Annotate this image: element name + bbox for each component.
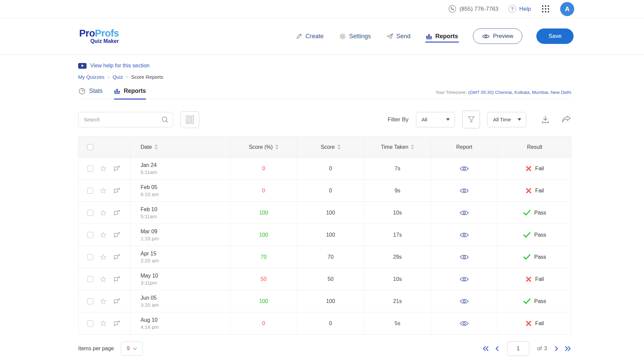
result-label: Pass bbox=[534, 298, 546, 304]
download-button[interactable] bbox=[541, 115, 550, 124]
filter-funnel-button[interactable] bbox=[462, 111, 480, 128]
add-note-icon[interactable] bbox=[113, 320, 120, 327]
star-icon[interactable] bbox=[100, 275, 107, 283]
attempt-time: 3:20 am bbox=[141, 302, 159, 308]
chevron-right-icon bbox=[554, 346, 558, 351]
save-button[interactable]: Save bbox=[536, 28, 574, 44]
header-score-pct[interactable]: Score (%) bbox=[230, 137, 297, 157]
search-input[interactable] bbox=[78, 112, 173, 127]
preview-button[interactable]: Preview bbox=[473, 28, 522, 44]
tab-reports[interactable]: Reports bbox=[114, 87, 146, 100]
nav-settings[interactable]: Settings bbox=[338, 30, 372, 43]
sort-icon[interactable] bbox=[337, 144, 340, 149]
video-play-icon bbox=[78, 63, 87, 69]
result: Fail bbox=[498, 180, 572, 201]
help-button[interactable]: Help bbox=[508, 5, 531, 13]
attempt-date: Mar 09 bbox=[141, 229, 157, 235]
view-report-eye-icon[interactable] bbox=[460, 210, 469, 216]
row-checkbox[interactable] bbox=[87, 298, 93, 304]
select-all-checkbox[interactable] bbox=[87, 144, 93, 150]
view-report-eye-icon[interactable] bbox=[460, 254, 469, 260]
star-icon[interactable] bbox=[100, 187, 107, 195]
tab-reports-label: Reports bbox=[124, 87, 146, 95]
next-page-button[interactable] bbox=[554, 346, 558, 351]
result-label: Fail bbox=[535, 276, 544, 282]
add-note-icon[interactable] bbox=[113, 276, 120, 283]
score-reports-table: Date Score (%) Score Time Taken Report R… bbox=[78, 136, 571, 335]
share-button[interactable] bbox=[562, 115, 571, 124]
header-time-taken[interactable]: Time Taken bbox=[364, 137, 431, 157]
add-note-icon[interactable] bbox=[113, 254, 120, 260]
sort-icon[interactable] bbox=[411, 144, 414, 149]
avatar[interactable]: A bbox=[560, 2, 574, 16]
row-checkbox[interactable] bbox=[87, 210, 93, 216]
header-score[interactable]: Score bbox=[297, 137, 364, 157]
result-label: Fail bbox=[535, 320, 544, 326]
nav-create[interactable]: Create bbox=[295, 30, 324, 43]
time-taken: 29s bbox=[364, 246, 431, 268]
view-help-link[interactable]: View help for this section bbox=[78, 63, 150, 69]
view-report-eye-icon[interactable] bbox=[460, 298, 469, 304]
nav-reports[interactable]: Reports bbox=[425, 30, 459, 43]
view-report-eye-icon[interactable] bbox=[460, 188, 469, 194]
time-taken: 17s bbox=[364, 224, 431, 246]
row-checkbox[interactable] bbox=[87, 254, 93, 260]
view-report-eye-icon[interactable] bbox=[460, 320, 469, 326]
breadcrumb-my-quizzes[interactable]: My Quizzes bbox=[78, 74, 104, 80]
logo-pro: Pro bbox=[79, 28, 95, 39]
star-icon[interactable] bbox=[100, 319, 107, 327]
topbar: (855) 776-7763 Help A bbox=[0, 0, 644, 18]
result: Fail bbox=[498, 268, 572, 290]
row-checkbox[interactable] bbox=[87, 320, 93, 326]
header-date[interactable]: Date bbox=[130, 137, 230, 157]
add-note-icon[interactable] bbox=[113, 298, 120, 305]
sort-icon[interactable] bbox=[155, 144, 158, 149]
star-icon[interactable] bbox=[100, 209, 107, 217]
star-icon[interactable] bbox=[100, 253, 107, 261]
columns-toggle-button[interactable] bbox=[180, 111, 199, 128]
breadcrumb-current: Score Reports bbox=[131, 74, 163, 80]
row-checkbox[interactable] bbox=[87, 276, 93, 282]
view-report-eye-icon[interactable] bbox=[460, 166, 469, 172]
view-report-eye-icon[interactable] bbox=[460, 232, 469, 238]
items-per-page-dropdown[interactable]: 9 bbox=[121, 342, 143, 356]
star-icon[interactable] bbox=[100, 165, 107, 173]
view-report-eye-icon[interactable] bbox=[460, 276, 469, 282]
page-number-input[interactable] bbox=[507, 341, 529, 356]
add-note-icon[interactable] bbox=[113, 232, 120, 238]
add-note-icon[interactable] bbox=[113, 209, 120, 216]
nav-send-label: Send bbox=[396, 33, 411, 40]
last-page-button[interactable] bbox=[565, 346, 571, 351]
fail-x-icon bbox=[526, 276, 532, 282]
result-label: Pass bbox=[534, 232, 546, 238]
timezone-link[interactable]: (GMT 05:30) Chennai, Kolkata, Mumbai, Ne… bbox=[468, 90, 571, 95]
time-filter-dropdown[interactable]: All Time bbox=[487, 112, 526, 127]
add-note-icon[interactable] bbox=[113, 165, 120, 172]
phone-icon bbox=[448, 5, 456, 13]
proprofs-logo[interactable]: ProProfs Quiz Maker bbox=[79, 28, 119, 44]
first-page-button[interactable] bbox=[482, 346, 489, 351]
chevron-down-icon bbox=[518, 118, 521, 121]
star-icon[interactable] bbox=[100, 297, 107, 305]
add-note-icon[interactable] bbox=[113, 187, 120, 194]
filter-dropdown[interactable]: All bbox=[416, 112, 455, 127]
table-row: Aug 10 4:14 pm 0 0 5s Fail bbox=[78, 312, 571, 335]
tab-stats[interactable]: Stats bbox=[78, 87, 103, 99]
row-checkbox[interactable] bbox=[87, 188, 93, 194]
header-report: Report bbox=[431, 137, 498, 157]
star-icon[interactable] bbox=[100, 231, 107, 239]
sort-icon[interactable] bbox=[275, 144, 278, 149]
help-label: Help bbox=[519, 6, 531, 12]
nav-send[interactable]: Send bbox=[386, 30, 411, 43]
prev-page-button[interactable] bbox=[495, 346, 499, 351]
score-percent: 70 bbox=[230, 246, 297, 268]
attempt-date: Feb 05 bbox=[141, 184, 157, 190]
columns-icon bbox=[186, 115, 194, 124]
search-icon bbox=[162, 116, 168, 123]
row-checkbox[interactable] bbox=[87, 232, 93, 238]
attempt-date: Aug 10 bbox=[141, 317, 158, 323]
score-percent: 100 bbox=[230, 224, 297, 246]
apps-grid-icon[interactable] bbox=[541, 4, 550, 13]
row-checkbox[interactable] bbox=[87, 166, 93, 172]
breadcrumb-quiz[interactable]: Quiz bbox=[113, 74, 123, 80]
